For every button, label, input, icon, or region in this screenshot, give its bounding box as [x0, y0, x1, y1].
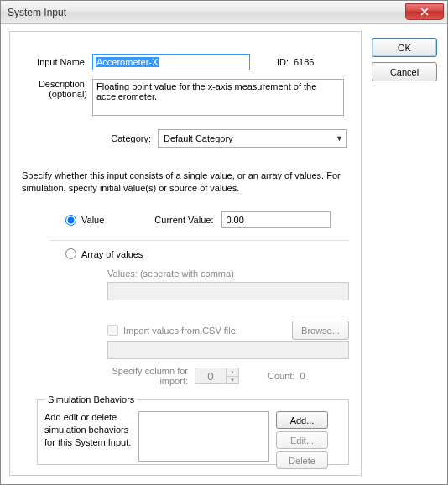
instructions-text: Specify whether this input consists of a…: [22, 169, 349, 195]
value-radio[interactable]: Value: [65, 215, 104, 226]
description-label: Description: (optional): [10, 79, 87, 99]
spinner-buttons: ▲ ▼: [226, 368, 238, 383]
browse-button: Browse...: [292, 321, 349, 340]
import-column-label: Specify column for import:: [107, 366, 188, 386]
import-checkbox: Import values from CSV file:: [107, 325, 238, 336]
form-panel: Input Name: Accerometer-X ID: 6186 Descr…: [9, 31, 362, 476]
titlebar: System Input: [1, 1, 447, 24]
chevron-down-icon: ▼: [336, 134, 343, 143]
import-checkbox-input: [107, 325, 118, 336]
current-value-label: Current Value:: [154, 215, 213, 225]
value-radio-label: Value: [81, 215, 104, 225]
description-field[interactable]: Floating point value for the x-axis meas…: [92, 79, 344, 116]
id-value: 6186: [294, 54, 314, 70]
array-radio-label: Array of values: [81, 249, 143, 259]
input-name-label: Input Name:: [10, 57, 87, 67]
close-icon: [420, 8, 429, 16]
content: OK Cancel Input Name: Accerometer-X ID: …: [1, 24, 447, 484]
input-name-field[interactable]: Accerometer-X: [92, 54, 250, 70]
values-field: [107, 282, 349, 300]
category-select[interactable]: Default Category ▼: [158, 129, 347, 148]
count-value: 0: [300, 371, 305, 381]
window-title: System Input: [8, 7, 66, 18]
values-label: Values: (seperate with comma): [107, 269, 234, 279]
id-label: ID:: [250, 57, 289, 67]
simulation-behaviors-legend: Simulation Behaviors: [44, 394, 138, 404]
titlebar-buttons: [405, 4, 447, 20]
sim-edit-button: Edit...: [276, 431, 328, 449]
category-value: Default Category: [164, 133, 233, 143]
import-column-spinner: ▲ ▼: [195, 368, 239, 384]
divider: [50, 240, 349, 241]
simulation-list[interactable]: [138, 411, 269, 462]
ok-button[interactable]: OK: [372, 38, 437, 57]
array-radio[interactable]: Array of values: [65, 248, 143, 259]
array-radio-input[interactable]: [65, 248, 76, 259]
sim-delete-button: Delete: [276, 451, 328, 469]
current-value-field[interactable]: [221, 211, 331, 228]
import-column-value: [195, 368, 226, 383]
system-input-dialog: System Input OK Cancel Input Name: Accer…: [0, 0, 448, 485]
close-button[interactable]: [405, 3, 444, 20]
spinner-up-icon: ▲: [226, 368, 238, 377]
import-path-field: [107, 341, 349, 359]
simulation-help-text: Add edit or delete simulation behaviors …: [44, 411, 132, 449]
sim-add-button[interactable]: Add...: [276, 411, 328, 429]
count-label: Count:: [268, 371, 294, 381]
category-label: Category:: [10, 133, 151, 143]
dialog-buttons: OK Cancel: [372, 38, 437, 81]
import-checkbox-label: Import values from CSV file:: [123, 326, 238, 336]
spinner-down-icon: ▼: [226, 377, 238, 384]
input-name-value: Accerometer-X: [96, 57, 159, 67]
value-radio-input[interactable]: [65, 215, 76, 226]
simulation-behaviors-group: Simulation Behaviors Add edit or delete …: [37, 394, 349, 465]
cancel-button[interactable]: Cancel: [372, 62, 437, 81]
